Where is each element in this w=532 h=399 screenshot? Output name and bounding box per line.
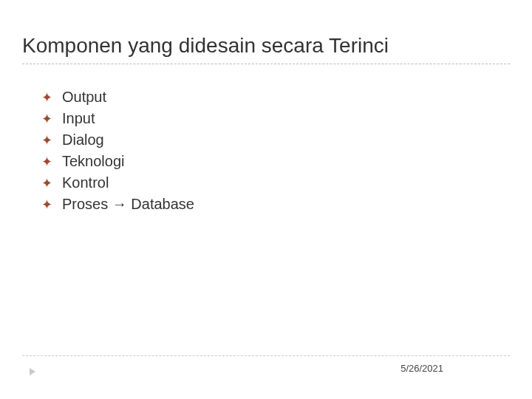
bullet-icon: ✦ bbox=[41, 132, 62, 149]
bullet-icon: ✦ bbox=[41, 197, 62, 213]
bullet-icon: ✦ bbox=[41, 89, 62, 106]
bullet-icon: ✦ bbox=[41, 154, 62, 170]
bullet-icon: ✦ bbox=[41, 111, 62, 127]
slide: Komponen yang didesain secara Terinci ✦ … bbox=[0, 0, 532, 399]
list-item-label: Teknologi bbox=[62, 153, 125, 170]
list-item: ✦ Teknologi bbox=[41, 153, 502, 170]
list-item: ✦ Input bbox=[41, 110, 502, 127]
list-item: ✦ Dialog bbox=[41, 132, 502, 149]
footer-arrow-icon bbox=[30, 368, 35, 375]
bullet-icon: ✦ bbox=[41, 175, 62, 191]
list-item: ✦ Kontrol bbox=[41, 174, 502, 191]
footer-date: 5/26/2021 bbox=[400, 363, 443, 374]
slide-title: Komponen yang didesain secara Terinci bbox=[22, 34, 510, 64]
list-item-label: Dialog bbox=[62, 132, 104, 149]
list-item-label: Proses → Database bbox=[62, 196, 194, 213]
list-item: ✦ Output bbox=[41, 89, 502, 106]
bullet-list: ✦ Output ✦ Input ✦ Dialog ✦ Teknologi ✦ … bbox=[41, 89, 502, 217]
list-item-label: Kontrol bbox=[62, 174, 109, 191]
footer-divider bbox=[22, 355, 510, 356]
list-item: ✦ Proses → Database bbox=[41, 196, 502, 213]
list-item-label: Output bbox=[62, 89, 106, 106]
list-item-label: Input bbox=[62, 110, 95, 127]
